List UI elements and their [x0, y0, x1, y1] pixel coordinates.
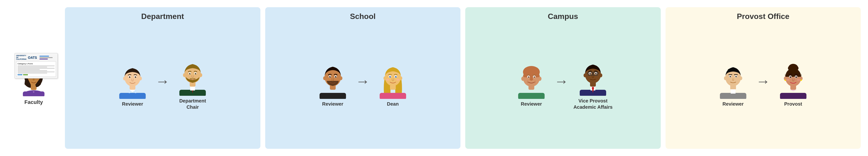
school-section: School [265, 7, 461, 149]
form-line-1 [18, 66, 55, 66]
svg-point-109 [735, 76, 737, 77]
svg-point-22 [135, 76, 136, 78]
svg-point-122 [784, 79, 786, 81]
svg-point-131 [797, 79, 800, 81]
provost-people-row: Reviewer → [715, 26, 811, 144]
svg-point-105 [739, 76, 742, 80]
dept-chair-avatar [175, 60, 211, 96]
school-title: School [350, 12, 376, 21]
school-reviewer-person: Reviewer [315, 63, 351, 107]
campus-section: Campus [465, 7, 661, 149]
svg-point-44 [323, 76, 326, 80]
provost-person: Provost [775, 63, 811, 107]
provost-reviewer-avatar [715, 63, 751, 99]
svg-point-63 [396, 76, 396, 77]
svg-rect-54 [380, 93, 406, 99]
svg-point-32 [183, 73, 186, 77]
oats-bar-blue [39, 56, 49, 56]
svg-point-129 [796, 76, 797, 77]
svg-point-62 [390, 76, 391, 77]
campus-arrow: → [554, 73, 569, 89]
provost-section: Provost Office [665, 7, 861, 149]
svg-point-104 [724, 76, 727, 80]
category-form-box: Category 1 Form [16, 61, 56, 77]
svg-point-108 [730, 76, 731, 77]
oats-bar-purple [39, 58, 48, 60]
svg-point-130 [786, 79, 789, 81]
svg-point-71 [521, 77, 525, 81]
svg-point-36 [189, 73, 191, 74]
svg-rect-42 [319, 93, 346, 99]
form-line-4 [18, 69, 40, 70]
oats-window: UNIVERSITYOFCALIFORNIA OATS Category 1 F… [14, 53, 58, 78]
oats-logo: UNIVERSITYOFCALIFORNIA OATS [16, 55, 37, 60]
svg-rect-15 [119, 93, 146, 99]
dept-title: Department [141, 12, 184, 21]
form-line-3 [18, 68, 55, 69]
dept-chair-person: DepartmentChair [175, 60, 211, 110]
svg-point-85 [584, 73, 586, 77]
svg-point-77 [528, 77, 529, 77]
svg-point-72 [538, 77, 541, 81]
department-section: Department [65, 7, 260, 149]
vice-provost-label: Vice ProvostAcademic Affairs [574, 98, 613, 110]
svg-point-60 [389, 76, 391, 78]
provost-arrow: → [756, 73, 770, 89]
campus-people-row: Reviewer → [513, 26, 613, 144]
svg-rect-30 [190, 87, 195, 90]
campus-reviewer-avatar [513, 63, 550, 99]
dept-reviewer-person: Reviewer [115, 63, 151, 107]
form-title: Category 1 Form [18, 63, 55, 65]
dept-reviewer-avatar [115, 63, 151, 99]
svg-point-64 [386, 79, 390, 81]
provost-title: Provost Office [737, 12, 789, 21]
svg-point-33 [199, 73, 202, 77]
school-reviewer-avatar [315, 63, 351, 99]
vice-provost-person: Vice ProvostAcademic Affairs [574, 60, 613, 110]
form-line-7 [18, 73, 47, 73]
dean-avatar [375, 63, 411, 99]
oats-titlebar: UNIVERSITYOFCALIFORNIA OATS [16, 55, 56, 60]
form-line-5 [18, 70, 47, 71]
svg-point-18 [139, 77, 142, 80]
svg-rect-68 [518, 93, 545, 99]
dean-label: Dean [387, 101, 399, 107]
svg-point-37 [195, 73, 196, 74]
svg-point-38 [190, 73, 190, 73]
svg-point-110 [730, 76, 731, 77]
dean-person: Dean [375, 63, 411, 107]
svg-point-126 [789, 76, 791, 78]
school-arrow: → [355, 73, 370, 89]
svg-rect-100 [720, 93, 746, 99]
svg-point-12 [33, 91, 34, 93]
svg-point-65 [396, 79, 400, 81]
svg-point-75 [528, 76, 529, 78]
dept-people-row: Reviewer → [115, 26, 211, 144]
dept-reviewer-label: Reviewer [122, 101, 143, 107]
oats-bar-gray [39, 57, 53, 58]
form-buttons [18, 74, 55, 75]
svg-point-56 [383, 76, 386, 80]
campus-reviewer-person: Reviewer [513, 63, 550, 107]
svg-point-39 [196, 73, 196, 73]
svg-rect-102 [731, 89, 736, 93]
school-reviewer-label: Reviewer [322, 101, 343, 107]
svg-point-17 [123, 77, 126, 80]
svg-point-48 [329, 76, 331, 78]
svg-point-123 [800, 79, 802, 81]
uc-text: UNIVERSITYOFCALIFORNIA [16, 55, 26, 60]
svg-point-127 [796, 76, 797, 78]
svg-point-24 [135, 76, 136, 77]
provost-reviewer-person: Reviewer [715, 63, 751, 107]
svg-point-51 [336, 76, 336, 77]
svg-point-128 [790, 76, 791, 77]
svg-point-79 [530, 78, 533, 81]
vice-provost-avatar [575, 60, 611, 96]
form-line-6 [18, 72, 55, 72]
svg-point-86 [599, 73, 602, 77]
svg-point-111 [736, 76, 737, 77]
svg-point-57 [399, 76, 402, 80]
svg-point-91 [590, 73, 591, 74]
campus-title: Campus [548, 12, 578, 21]
campus-reviewer-label: Reviewer [521, 101, 542, 107]
